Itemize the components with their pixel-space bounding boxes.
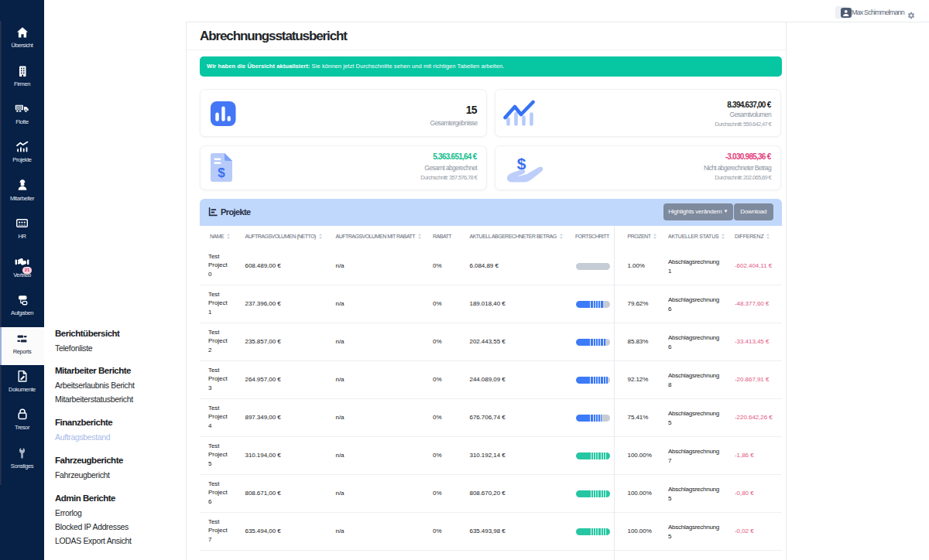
svg-text:$: $ — [218, 166, 225, 180]
